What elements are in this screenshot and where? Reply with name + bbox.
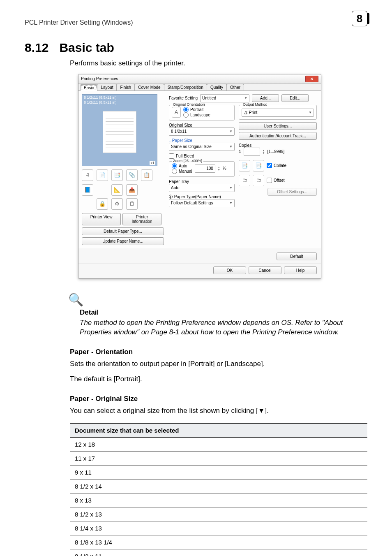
tab-cover-mode[interactable]: Cover Mode bbox=[134, 84, 164, 90]
orientation-group-title: Original Orientation bbox=[172, 102, 206, 107]
favorite-add-button[interactable]: Add... bbox=[252, 94, 279, 102]
orientation-p1: Sets the orientation to output paper in … bbox=[70, 359, 367, 369]
zoom-auto-radio[interactable]: Auto bbox=[172, 163, 192, 169]
chevron-down-icon: ▼ bbox=[229, 145, 233, 148]
authentication-button[interactable]: Authentication/Account Track... bbox=[239, 132, 317, 140]
collate-icon-1: 📑 bbox=[239, 160, 250, 171]
copies-stepper[interactable]: ▲▼ bbox=[263, 149, 265, 154]
tab-other[interactable]: Other bbox=[226, 84, 244, 90]
collate-label: Collate bbox=[274, 163, 286, 168]
paper-type-value: Follow Default Settings bbox=[171, 201, 213, 205]
tab-strip: Basic Layout Finish Cover Mode Stamp/Com… bbox=[78, 84, 321, 91]
table-row: 8 1/2 x 14 bbox=[70, 479, 367, 493]
preview-icon-lock[interactable]: 🔒 bbox=[97, 198, 108, 210]
table-row: 9 x 11 bbox=[70, 465, 367, 479]
tab-quality[interactable]: Quality bbox=[207, 84, 227, 90]
preview-icon-staple[interactable]: 📎 bbox=[126, 169, 138, 181]
output-method-group: Output Method 🖨 Print ▼ bbox=[239, 105, 317, 120]
table-row: 8 1/2 x 13 bbox=[70, 507, 367, 521]
table-row: 8 1/8 x 13 1/4 bbox=[70, 535, 367, 549]
preview-icon-detail[interactable]: 🗒 bbox=[126, 198, 138, 210]
paper-tray-dropdown[interactable]: Auto ▼ bbox=[169, 184, 235, 192]
help-button[interactable]: Help bbox=[284, 266, 317, 274]
header-section: PCL Printer Driver Setting (Windows) bbox=[25, 19, 133, 26]
preview-icon-fold[interactable]: 📐 bbox=[111, 184, 123, 196]
full-bleed-label: Full Bleed bbox=[176, 154, 194, 158]
subhead-orientation: Paper - Orientation bbox=[70, 348, 367, 356]
zoom-value-input[interactable]: 100 bbox=[195, 164, 215, 173]
paper-tray-label: Paper Tray bbox=[169, 179, 235, 184]
preview-size-1: 8 1/2x11 (8.5x11 in) bbox=[84, 95, 155, 100]
preview-icon-output[interactable]: 📤 bbox=[126, 184, 138, 196]
chevron-down-icon: ▼ bbox=[244, 96, 247, 100]
preview-icon-copy[interactable]: 📑 bbox=[111, 169, 123, 181]
default-button[interactable]: Default bbox=[277, 253, 317, 260]
preview-icon-page[interactable]: 📄 bbox=[97, 169, 108, 181]
detail-body: The method to open the Printing Preferen… bbox=[80, 318, 367, 337]
table-row: 8 1/2 x 11 bbox=[70, 549, 367, 556]
chapter-badge: 8 bbox=[352, 11, 367, 26]
close-icon[interactable]: ✕ bbox=[305, 76, 318, 82]
favorite-edit-button[interactable]: Edit... bbox=[281, 94, 309, 102]
orientation-landscape-label: Landscape bbox=[190, 113, 210, 117]
orientation-landscape-radio[interactable]: Landscape bbox=[183, 112, 210, 118]
offset-checkbox[interactable]: Offset bbox=[267, 178, 285, 183]
full-bleed-checkbox[interactable]: Full Bleed bbox=[169, 153, 235, 159]
document-sizes-table: Document size that can be selected 12 x … bbox=[70, 423, 367, 556]
printer-view-button[interactable]: Printer View bbox=[82, 213, 121, 225]
paper-size-dropdown[interactable]: Same as Original Size ▼ bbox=[169, 143, 235, 151]
original-size-dropdown[interactable]: 8 1/2x11 ▼ bbox=[169, 127, 235, 136]
favorite-setting-dropdown[interactable]: Untitled ▼ bbox=[200, 94, 249, 102]
copies-range: [1...9999] bbox=[267, 149, 285, 154]
zoom-group: Zoom [25...400%] Auto Manual 100 ▲▼ % bbox=[169, 161, 235, 177]
preview-icon-gear[interactable]: ⚙ bbox=[111, 198, 123, 210]
paper-type-label: Paper Type(Paper Name) bbox=[174, 195, 221, 199]
zoom-stepper[interactable]: ▲▼ bbox=[218, 166, 220, 171]
offset-label: Offset bbox=[274, 178, 285, 183]
window-title: Printing Preferences bbox=[81, 76, 118, 81]
chevron-down-icon: ▼ bbox=[229, 130, 233, 133]
detail-heading: Detail bbox=[80, 308, 367, 317]
tab-basic[interactable]: Basic bbox=[80, 84, 97, 91]
collate-checkbox[interactable]: Collate bbox=[267, 163, 286, 168]
copies-input[interactable] bbox=[244, 148, 260, 156]
zoom-manual-radio[interactable]: Manual bbox=[172, 169, 192, 174]
zoom-group-title: Zoom [25...400%] bbox=[172, 159, 203, 163]
table-row: 8 x 13 bbox=[70, 493, 367, 507]
tab-stamp-composition[interactable]: Stamp/Composition bbox=[164, 84, 207, 90]
printer-information-button[interactable]: Printer Information bbox=[122, 213, 161, 225]
section-number: 8.12 bbox=[25, 41, 48, 54]
favorite-setting-label: Favorite Setting bbox=[169, 96, 198, 100]
preview-scale: x1 bbox=[150, 161, 155, 165]
offset-icon-1: 🗂 bbox=[239, 175, 250, 186]
zoom-value: 100 bbox=[206, 166, 213, 171]
cancel-button[interactable]: Cancel bbox=[249, 266, 281, 274]
preview-icon-punch[interactable]: 📋 bbox=[141, 169, 152, 181]
chevron-down-icon: ▼ bbox=[229, 186, 233, 190]
chevron-down-icon: ▼ bbox=[229, 201, 233, 205]
section-heading: 8.12Basic tab bbox=[25, 41, 367, 55]
original-size-p1: You can select a original size from the … bbox=[70, 406, 367, 416]
preview-sheet bbox=[103, 111, 136, 153]
ok-button[interactable]: OK bbox=[213, 266, 246, 274]
update-paper-name-button[interactable]: Update Paper Name... bbox=[82, 237, 164, 245]
paper-type-dropdown[interactable]: Follow Default Settings ▼ bbox=[169, 199, 235, 207]
default-paper-type-button[interactable]: Default Paper Type... bbox=[82, 227, 164, 235]
copies-label: Copies bbox=[239, 143, 317, 148]
orientation-portrait-label: Portrait bbox=[190, 107, 203, 112]
sizes-table-header: Document size that can be selected bbox=[70, 423, 367, 437]
tab-finish[interactable]: Finish bbox=[116, 84, 135, 90]
preview-icon-booklet[interactable]: 📘 bbox=[82, 184, 93, 196]
collate-icon-2: 📑 bbox=[253, 160, 264, 171]
offset-settings-button[interactable]: Offset Settings... bbox=[267, 188, 317, 196]
tab-layout[interactable]: Layout bbox=[97, 84, 117, 90]
orientation-portrait-radio[interactable]: Portrait bbox=[183, 107, 210, 112]
user-settings-button[interactable]: User Settings... bbox=[239, 122, 317, 130]
subhead-original-size: Paper - Original Size bbox=[70, 395, 367, 403]
chevron-down-icon: ▼ bbox=[309, 111, 312, 114]
output-method-value: Print bbox=[249, 110, 258, 115]
preview-icon-printer[interactable]: 🖨 bbox=[82, 169, 93, 181]
paper-tray-value: Auto bbox=[171, 185, 180, 190]
paper-size-value: Same as Original Size bbox=[171, 144, 212, 149]
output-method-dropdown[interactable]: 🖨 Print ▼ bbox=[242, 109, 314, 117]
